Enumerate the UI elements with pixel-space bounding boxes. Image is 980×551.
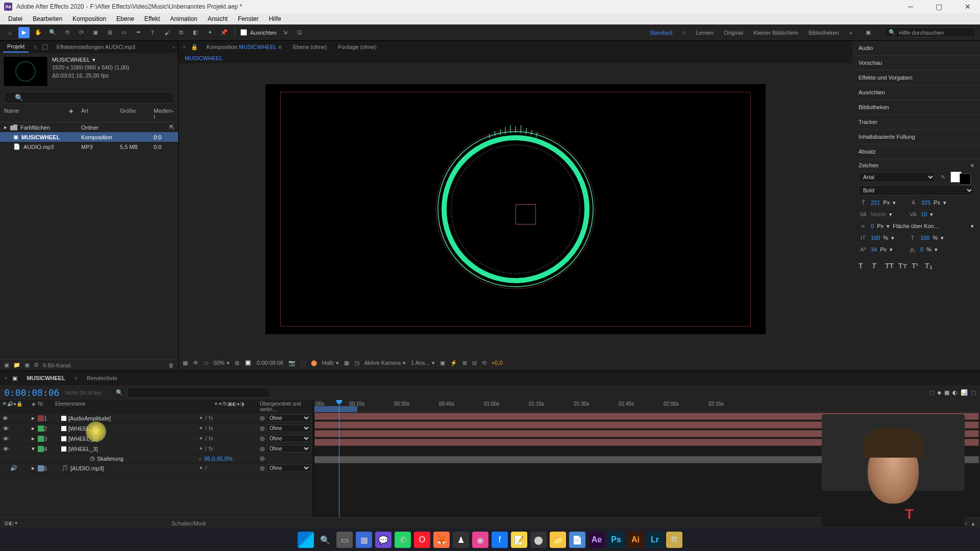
italic-icon[interactable]: T — [872, 262, 882, 270]
zoom-value[interactable]: 50% — [213, 360, 225, 366]
fx-icon[interactable]: fx — [209, 415, 213, 421]
snap-checkbox[interactable] — [240, 29, 247, 36]
color-mgmt-icon[interactable]: ⬤ — [311, 360, 317, 366]
brain-icon[interactable]: ⬚ — [971, 389, 976, 396]
menu-animation[interactable]: Animation — [165, 15, 202, 22]
layer-color[interactable] — [38, 436, 44, 442]
brush-tool-icon[interactable]: 🖌 — [161, 27, 173, 38]
font-family-select[interactable]: Arial — [859, 172, 935, 182]
timeline-tab-comp[interactable]: MUSICWHEEL — [22, 373, 69, 383]
layer-color[interactable] — [38, 425, 44, 432]
zoom-tool-icon[interactable]: 🔍 — [47, 27, 58, 38]
menu-fenster[interactable]: Fenster — [233, 15, 264, 22]
clone-tool-icon[interactable]: ⧉ — [176, 27, 187, 38]
vscale-value[interactable]: 100 — [871, 235, 880, 241]
maximize-icon[interactable]: ▢ — [930, 3, 947, 11]
menu-ebene[interactable]: Ebene — [111, 15, 139, 22]
parent-select[interactable]: Ohne — [267, 445, 311, 453]
graph-editor-icon[interactable]: 📊 — [961, 389, 968, 396]
col-layer-name[interactable]: Ebenenname — [53, 401, 199, 412]
layer-row[interactable]: 🔊 ▸ 5 🎵[AUDIO.mp3] ✦/ ◎Ohne — [0, 463, 313, 473]
font-size-value[interactable]: 221 — [871, 199, 880, 206]
stroke-value[interactable]: 0 — [871, 223, 874, 229]
snapshot-icon[interactable]: 📷 — [288, 360, 296, 366]
facebook-icon[interactable]: f — [492, 532, 508, 548]
expand-icon[interactable]: ▸ — [32, 435, 35, 441]
parent-select[interactable]: Ohne — [267, 435, 311, 442]
search-icon[interactable]: 🔍 — [317, 532, 333, 548]
bit-depth[interactable]: 8-Bit-Kanal — [43, 362, 70, 368]
resolution-select[interactable]: Halb — [322, 360, 334, 366]
transparency-icon[interactable]: ▦ — [344, 360, 349, 366]
layer-color[interactable] — [38, 415, 44, 421]
eye-icon[interactable]: 👁 — [2, 415, 9, 421]
task-view-icon[interactable]: ▭ — [336, 532, 353, 548]
col-label-icon[interactable]: ◈ — [69, 108, 78, 120]
layer-color[interactable] — [38, 465, 44, 471]
draft3d-icon[interactable]: ◈ — [937, 389, 941, 396]
minimize-icon[interactable]: ─ — [903, 3, 918, 11]
workspace-bibliotheken[interactable]: Bibliotheken — [808, 30, 839, 36]
motion-blur-icon[interactable]: ◐ — [952, 389, 958, 396]
project-search-input[interactable] — [4, 92, 174, 104]
panel-content-fill[interactable]: Inhaltsbasierte Füllung — [852, 130, 980, 144]
parent-select[interactable]: Ohne — [267, 464, 311, 472]
panel-audio[interactable]: Audio — [852, 41, 980, 56]
pickwhip-icon[interactable]: ◎ — [260, 445, 265, 452]
hscale-value[interactable]: 100 — [920, 235, 929, 241]
smallcaps-icon[interactable]: Tᴛ — [898, 262, 909, 270]
anchor-tool-icon[interactable]: ⊞ — [104, 27, 115, 38]
footer-timecode[interactable]: 0:00:08:06 — [257, 360, 283, 366]
layer-row[interactable]: 👁 ▸ 1 [AudioAmplitude] ✦/fx ◎Ohne — [0, 413, 313, 423]
selection-tool-icon[interactable]: ▶ — [18, 27, 30, 38]
col-size[interactable]: Größe — [120, 108, 151, 120]
interpret-icon[interactable]: ▣ — [4, 362, 9, 368]
settings-icon[interactable]: ⚙ — [34, 362, 39, 368]
chevron-right-icon[interactable]: » — [172, 44, 175, 50]
fast-preview-icon[interactable]: ⚡ — [450, 360, 457, 366]
close-tab-icon[interactable]: × — [183, 44, 186, 50]
eye-icon[interactable]: 👁 — [2, 425, 9, 432]
whatsapp-icon[interactable]: ✆ — [395, 532, 411, 548]
views-select[interactable]: 1 Ans... — [411, 360, 430, 366]
property-row[interactable]: ◷ Skalierung ⟐ 95,0,95,0% ◎ — [0, 454, 313, 463]
3d-icon[interactable]: ◳ — [354, 360, 359, 366]
eye-icon[interactable]: 👁 — [2, 446, 9, 452]
layer-color[interactable] — [38, 446, 44, 452]
baseline-value[interactable]: 34 — [871, 246, 877, 253]
opera-icon[interactable]: O — [414, 532, 430, 548]
col-type[interactable]: Art — [81, 108, 117, 120]
composite-icon[interactable]: ⬚ — [929, 389, 934, 396]
panel-effekte[interactable]: Effekte und Vorgaben — [852, 70, 980, 85]
text-tool-icon[interactable]: T — [147, 27, 158, 38]
pickwhip-icon[interactable]: ◎ — [260, 435, 265, 442]
tab-composition[interactable]: Komposition MUSICWHEEL ≡ — [203, 43, 284, 51]
fill-over-stroke[interactable]: Fläche über Kon… — [893, 223, 968, 229]
font-weight-select[interactable]: Bold — [859, 185, 974, 195]
menu-effekt[interactable]: Effekt — [139, 15, 165, 22]
stopwatch-icon[interactable]: ◷ — [90, 455, 95, 462]
breadcrumb[interactable]: MUSICWHEEL — [185, 55, 223, 61]
tl-search-icon[interactable]: 🔍 — [116, 389, 123, 396]
pen-tool-icon[interactable]: ✒ — [133, 27, 144, 38]
menu-datei[interactable]: Datei — [3, 15, 28, 22]
timeline-ruler[interactable]: :00s 00:15s 00:30s 00:45s 01:00s 01:15s … — [313, 400, 980, 412]
notes-icon[interactable]: 📝 — [511, 532, 527, 548]
explorer-icon[interactable]: 📁 — [550, 532, 566, 548]
dropdown-icon[interactable]: ▾ — [92, 56, 95, 64]
col-name[interactable]: Name — [4, 108, 66, 120]
panel-tracker[interactable]: Tracker — [852, 115, 980, 130]
toggle-xform-icon[interactable]: ✦ — [14, 520, 18, 527]
close-icon[interactable]: ✕ — [960, 3, 976, 11]
hand-tool-icon[interactable]: ✋ — [33, 27, 44, 38]
layer-row[interactable]: 👁 ▸ 3 [WHEEL_2] ✦/fx ◎Ohne — [0, 434, 313, 444]
workspace-standard[interactable]: Standard — [650, 30, 673, 36]
pickwhip-icon[interactable]: ◎ — [260, 415, 265, 421]
panel-menu-icon[interactable]: ≡ — [971, 162, 974, 168]
menu-hilfe[interactable]: Hilfe — [264, 15, 286, 22]
menu-bearbeiten[interactable]: Bearbeiten — [28, 15, 67, 22]
reset-exposure-icon[interactable]: ⟲ — [482, 360, 486, 366]
panel-vorschau[interactable]: Vorschau — [852, 56, 980, 70]
panel-ausrichten[interactable]: Ausrichten — [852, 85, 980, 100]
new-comp-icon[interactable]: ▣ — [24, 362, 30, 368]
